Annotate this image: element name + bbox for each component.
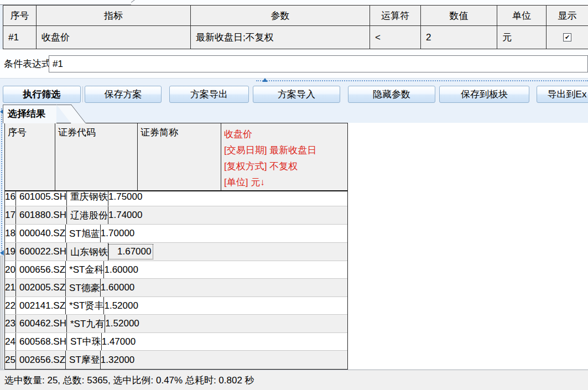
tab-slant-line — [131, 0, 139, 3]
col-header-code[interactable]: 证券代码 — [55, 123, 138, 190]
cell-code-text: 601005.SH — [19, 191, 66, 206]
cell-code[interactable]: 002141.SZ — [16, 297, 66, 314]
splitter-arrow-left-icon[interactable] — [0, 250, 4, 256]
cell-price[interactable]: 1.75000 — [108, 191, 146, 206]
table-row[interactable]: 16 601005.SH 重庆钢铁 1.75000 — [5, 191, 347, 206]
table-row[interactable]: 18 000040.SZ ST旭蓝 1.70000 — [5, 225, 347, 243]
vertical-splitter[interactable] — [1, 108, 2, 254]
table-row[interactable]: 20 000656.SZ *ST金科 1.60000 — [5, 261, 347, 279]
cell-code[interactable]: 002005.SZ — [16, 279, 66, 297]
status-text: 选中数量: 25, 总数: 5365, 选中比例: 0.47% 总耗时: 0.8… — [4, 374, 254, 387]
cell-name[interactable]: ST旭蓝 — [66, 225, 101, 242]
header-unit: 单位 — [497, 6, 547, 25]
cell-code[interactable]: 600568.SH — [16, 333, 67, 350]
col-header-serial[interactable]: 序号 — [5, 123, 55, 190]
cell-no[interactable]: 21 — [5, 279, 16, 297]
cell-no[interactable]: 20 — [5, 261, 16, 278]
condition-table-header: 序号 指标 参数 运算符 数值 单位 显示 — [3, 6, 588, 26]
export-to-excel-button[interactable]: 导出到Ex — [537, 86, 588, 103]
cell-price[interactable]: 1.47000 — [102, 333, 139, 350]
cell-name[interactable]: 重庆钢铁 — [67, 191, 108, 206]
execute-filter-button[interactable]: 执行筛选 — [3, 86, 81, 103]
col-header-close-price[interactable]: 收盘价 [交易日期] 最新收盘日 [复权方式] 不复权 [单位] 元↓ — [221, 123, 347, 190]
cell-no[interactable]: 19 — [5, 243, 16, 261]
save-plan-button[interactable]: 保存方案 — [85, 86, 162, 103]
price-header-line: 收盘价 — [224, 126, 347, 142]
cell-price[interactable]: 1.60000 — [104, 261, 142, 278]
stock-screener-window: 序号 指标 参数 运算符 数值 单位 显示 #1 收盘价 最新收盘日;不复权 <… — [0, 0, 588, 390]
header-serial: 序号 — [3, 6, 37, 25]
cell-code[interactable]: 000656.SZ — [16, 261, 66, 278]
condition-indicator[interactable]: 收盘价 — [37, 26, 191, 49]
cell-name[interactable]: ST德豪 — [66, 279, 101, 297]
cell-no[interactable]: 25 — [5, 351, 16, 369]
condition-operator[interactable]: < — [370, 26, 421, 49]
check-icon: ✔ — [565, 34, 570, 40]
save-to-board-button[interactable]: 保存到板块 — [439, 86, 529, 103]
status-bar: 选中数量: 25, 总数: 5365, 选中比例: 0.47% 总耗时: 0.8… — [0, 370, 588, 390]
expression-label: 条件表达式: — [4, 58, 54, 70]
condition-row[interactable]: #1 收盘价 最新收盘日;不复权 < 2 元 ✔ — [3, 26, 588, 49]
focused-cell-outline[interactable]: 1.67000 — [108, 244, 153, 259]
left-scrollbar-track[interactable] — [0, 256, 3, 369]
cell-no[interactable]: 16 — [5, 191, 16, 206]
table-row[interactable]: 17 601880.SH 辽港股份 1.74000 — [5, 206, 347, 225]
cell-no[interactable]: 23 — [5, 315, 16, 332]
condition-table: 序号 指标 参数 运算符 数值 单位 显示 #1 收盘价 最新收盘日;不复权 <… — [3, 5, 588, 49]
condition-value[interactable]: 2 — [421, 26, 497, 49]
cell-price[interactable]: 1.70000 — [101, 225, 138, 242]
cell-code[interactable]: 600462.SH — [16, 315, 67, 332]
table-row[interactable]: 22 002141.SZ *ST贤丰 1.52000 — [5, 297, 347, 315]
horizontal-splitter[interactable] — [256, 80, 588, 81]
table-row[interactable]: 24 600568.SH ST中珠 1.47000 — [5, 333, 347, 351]
cell-code[interactable]: 601880.SH — [16, 206, 67, 224]
cell-no[interactable]: 18 — [5, 225, 16, 242]
export-plan-button[interactable]: 方案导出 — [169, 86, 249, 103]
display-checkbox[interactable]: ✔ — [563, 33, 571, 41]
cell-code[interactable]: 600022.SH — [16, 243, 67, 261]
cell-name[interactable]: *ST九有 — [67, 315, 105, 332]
table-row[interactable]: 25 002656.SZ ST摩登 1.32000 — [5, 351, 347, 369]
price-header-line: [复权方式] 不复权 — [224, 158, 347, 174]
cell-price[interactable]: 1.52000 — [105, 315, 143, 332]
cell-no[interactable]: 17 — [5, 206, 16, 224]
cell-name-text: 重庆钢铁 — [70, 191, 108, 206]
table-row-focused[interactable]: 19 600022.SH 山东钢铁 1.67000 — [5, 243, 347, 261]
cell-price[interactable]: 1.52000 — [104, 297, 142, 314]
window-top-edge — [0, 0, 588, 5]
cell-price[interactable]: 1.74000 — [108, 206, 146, 224]
price-header-line-sorted: [单位] 元↓ — [224, 174, 347, 190]
hide-params-button[interactable]: 隐藏参数 — [348, 86, 435, 103]
condition-parameter[interactable]: 最新收盘日;不复权 — [191, 26, 370, 49]
cell-price[interactable]: 1.60000 — [101, 279, 138, 297]
cell-no[interactable]: 24 — [5, 333, 16, 350]
toolbar-separator — [82, 86, 83, 102]
col-header-name[interactable]: 证券简称 — [138, 123, 221, 190]
table-row[interactable]: 23 600462.SH *ST九有 1.52000 — [5, 315, 347, 333]
cell-code[interactable]: 000040.SZ — [16, 225, 66, 242]
cell-name[interactable]: ST中珠 — [67, 333, 102, 350]
cell-name[interactable]: *ST金科 — [66, 261, 104, 278]
cell-no-text: 16 — [5, 191, 15, 206]
import-plan-button[interactable]: 方案导入 — [253, 86, 340, 103]
splitter-arrow-up-icon[interactable] — [262, 78, 268, 82]
header-display: 显示 — [547, 6, 588, 25]
tab-selection-results-label[interactable]: 选择结果 — [8, 105, 45, 123]
header-parameter: 参数 — [191, 6, 370, 25]
cell-name[interactable]: 辽港股份 — [67, 206, 108, 224]
cell-price-focused[interactable]: 1.67000 — [108, 243, 155, 261]
cell-name[interactable]: ST摩登 — [66, 351, 101, 369]
condition-no[interactable]: #1 — [3, 26, 37, 49]
cell-price-text: 1.75000 — [108, 191, 142, 206]
cell-no[interactable]: 22 — [5, 297, 16, 314]
cell-name[interactable]: *ST贤丰 — [66, 297, 104, 314]
price-header-line: [交易日期] 最新收盘日 — [224, 142, 347, 158]
expression-input[interactable] — [49, 55, 588, 72]
header-indicator: 指标 — [37, 6, 191, 25]
cell-price[interactable]: 1.32000 — [101, 351, 138, 369]
cell-code[interactable]: 002656.SZ — [16, 351, 66, 369]
cell-code[interactable]: 601005.SH — [16, 191, 67, 206]
table-row[interactable]: 21 002005.SZ ST德豪 1.60000 — [5, 279, 347, 297]
cell-name[interactable]: 山东钢铁 — [67, 243, 108, 261]
condition-unit[interactable]: 元 — [497, 26, 547, 49]
